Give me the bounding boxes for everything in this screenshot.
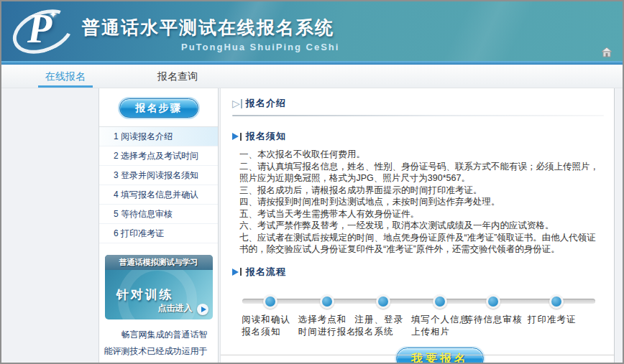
banner-headline: 针对训练 xyxy=(116,286,174,303)
page-subtitle: PuTongHua ShuiPing CeShi xyxy=(181,42,339,52)
timeline-bar xyxy=(242,299,595,304)
arrow-bar-icon xyxy=(240,133,242,141)
app-header: P ✦ 普通话水平测试在线报名系统 PuTongHua ShuiPing CeS… xyxy=(1,1,623,61)
notice-item: 二、请认真填写报名信息，姓名、性别、身份证号码、联系方式不能有误；必须上传照片，… xyxy=(239,161,602,185)
main-nav: 在线报名 报名查询 xyxy=(1,65,623,88)
sidebar-step-fill-info[interactable]: 4 填写报名信息并确认 xyxy=(99,185,218,205)
flow-title: 报名流程 xyxy=(246,266,286,279)
footer-divider xyxy=(221,355,614,355)
notice-title: 报名须知 xyxy=(246,130,286,143)
banner-cta-label: 点击进入 xyxy=(158,302,193,314)
flow-step-label: 打印准考证 xyxy=(528,314,602,326)
notice-item: 五、考试当天考生需携带本人有效身份证件。 xyxy=(239,208,602,220)
play-icon[interactable] xyxy=(197,304,208,315)
main-content: ▷ 报名介绍 报名须知 一、本次报名不收取任何费用。 二、请认真填写报名信息，姓… xyxy=(220,88,615,363)
arrow-icon xyxy=(232,269,239,276)
arrow-icon xyxy=(232,133,239,140)
page-title: 普通话水平测试在线报名系统 xyxy=(82,16,334,39)
sidebar: 报名步骤 1 阅读报名介绍 2 选择考点及考试时间 3 登录并阅读报名须知 4 … xyxy=(99,88,219,363)
registration-steps-button[interactable]: 报名步骤 xyxy=(119,98,198,118)
sidebar-step-login-notice[interactable]: 3 登录并阅读报名须知 xyxy=(99,166,218,185)
arrow-bar-icon xyxy=(240,268,242,276)
timeline-dot xyxy=(486,294,500,309)
section-head-intro: ▷ 报名介绍 xyxy=(232,97,604,110)
promo-text: 畅言网集成的普通话智能评测技术已经成功运用于上海、安徽等多个省市的普通话水平 xyxy=(104,327,214,364)
page: P ✦ 普通话水平测试在线报名系统 PuTongHua ShuiPing CeS… xyxy=(0,0,624,364)
timeline-dot xyxy=(433,294,447,309)
header-streak xyxy=(347,1,605,61)
section-rule xyxy=(232,115,604,116)
notice-item: 四、请按报到时间准时到达测试地点，未按时间到达作弃考处理。 xyxy=(239,196,602,208)
left-gutter xyxy=(1,88,99,363)
notice-item: 六、考试严禁作弊及替考，一经发现，取消本次测试成绩及一年内的应试资格。 xyxy=(239,220,602,232)
body: 报名步骤 1 阅读报名介绍 2 选择考点及考试时间 3 登录并阅读报名须知 4 … xyxy=(1,88,623,363)
notice-item: 七、应试者在测试后按规定的时间、地点凭身份证原件及“准考证”领取证书。由他人代领… xyxy=(239,232,602,256)
sidebar-step-print-ticket[interactable]: 6 打印准考证 xyxy=(99,224,218,243)
flow-head: 报名流程 xyxy=(232,266,604,279)
timeline-dot xyxy=(320,294,334,309)
notice-head: 报名须知 xyxy=(232,130,604,143)
timeline-dot xyxy=(376,294,390,309)
practice-banner[interactable]: 普通话模拟测试与学习 针对训练 点击进入 xyxy=(105,255,213,319)
notice-item: 三、报名成功后，请根报名成功界面提示的时间打印准考证。 xyxy=(239,185,602,197)
sidebar-step-read-intro[interactable]: 1 阅读报名介绍 xyxy=(99,127,218,146)
timeline-dot xyxy=(263,294,277,309)
section-marker-icon: ▷ xyxy=(232,99,242,108)
sidebar-step-wait-review[interactable]: 5 等待信息审核 xyxy=(99,205,218,224)
timeline-dot xyxy=(549,294,564,309)
banner-top-label: 普通话模拟测试与学习 xyxy=(105,255,213,270)
sidebar-step-choose-site[interactable]: 2 选择考点及考试时间 xyxy=(99,146,218,166)
notice-list: 一、本次报名不收取任何费用。 二、请认真填写报名信息，姓名、性别、身份证号码、联… xyxy=(232,149,604,256)
home-icon[interactable] xyxy=(601,47,612,57)
sparkle-icon: ✦ xyxy=(49,9,58,20)
tab-online-registration[interactable]: 在线报名 xyxy=(41,65,90,88)
app-logo: P ✦ xyxy=(7,4,79,59)
notice-item: 一、本次报名不收取任何费用。 xyxy=(239,149,602,161)
registration-flow-timeline: 阅读和确认 报名须知 选择考点和 时间进行报名 注册、登录 报名系统 填写个人信… xyxy=(242,294,595,339)
section-title: 报名介绍 xyxy=(246,97,286,110)
tab-registration-query[interactable]: 报名查询 xyxy=(153,65,202,88)
